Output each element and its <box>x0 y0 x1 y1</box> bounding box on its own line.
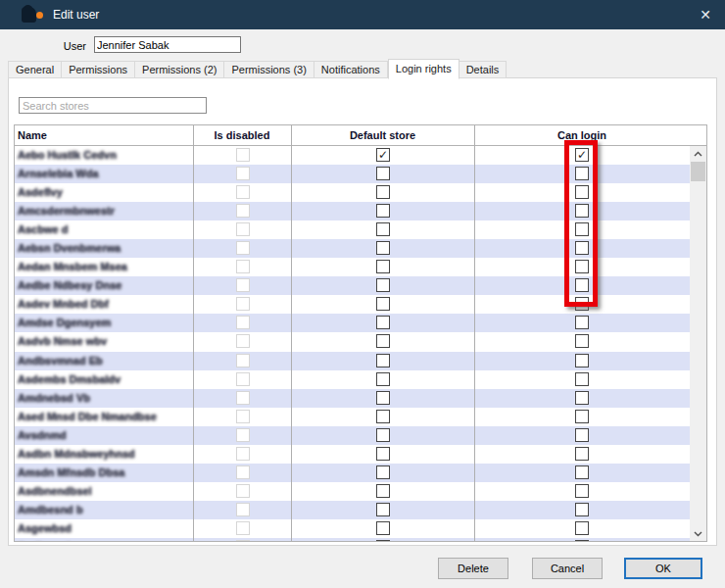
is-disabled-checkbox[interactable] <box>236 372 250 386</box>
table-row[interactable]: Amdnebsd Vb <box>15 389 690 408</box>
close-icon[interactable]: ✕ <box>696 6 715 24</box>
table-row[interactable]: Asdembs Dmsbaldv <box>15 370 690 389</box>
tab-permissions-3-[interactable]: Permissions (3) <box>224 61 314 78</box>
tab-login-rights[interactable]: Login rights <box>388 59 459 79</box>
can-login-checkbox[interactable] <box>575 167 589 180</box>
default-store-checkbox[interactable] <box>376 185 390 199</box>
is-disabled-checkbox[interactable] <box>236 185 250 199</box>
can-login-checkbox[interactable] <box>575 316 589 329</box>
default-store-checkbox-checked[interactable]: ✓ <box>376 148 390 162</box>
tab-permissions-2-[interactable]: Permissions (2) <box>135 61 224 78</box>
default-store-checkbox[interactable] <box>376 484 390 498</box>
scrollbar-thumb[interactable] <box>691 162 705 181</box>
can-login-checkbox[interactable] <box>575 222 589 236</box>
table-row[interactable]: Asdeflvy <box>15 183 690 202</box>
default-store-checkbox[interactable] <box>376 503 390 516</box>
can-login-checkbox[interactable] <box>575 410 589 423</box>
can-login-checkbox[interactable] <box>575 484 589 498</box>
vertical-scrollbar[interactable] <box>690 146 706 541</box>
is-disabled-checkbox[interactable] <box>236 204 250 218</box>
default-store-checkbox[interactable] <box>376 278 390 292</box>
can-login-checkbox[interactable] <box>575 372 589 386</box>
can-login-checkbox[interactable] <box>575 466 589 479</box>
can-login-checkbox[interactable] <box>575 278 589 292</box>
can-login-checkbox-checked[interactable]: ✓ <box>575 148 589 162</box>
tab-permissions[interactable]: Permissions <box>62 61 135 78</box>
default-store-checkbox[interactable] <box>376 540 390 541</box>
default-store-checkbox[interactable] <box>376 391 390 405</box>
table-row[interactable]: Arnselebia Wda <box>15 165 690 183</box>
table-row[interactable]: Aedan Mnsbem Msea <box>15 258 690 276</box>
table-row[interactable]: Amdse Dgensyem <box>15 314 690 332</box>
default-store-checkbox[interactable] <box>376 260 390 273</box>
table-row[interactable]: Amdbesnd b <box>15 501 690 519</box>
table-row[interactable]: Asdbnendbsel <box>15 482 690 501</box>
is-disabled-checkbox[interactable] <box>236 428 250 442</box>
user-name-field[interactable] <box>94 36 241 53</box>
table-row[interactable]: Amsdn Mfnsdb Dbsa <box>15 464 690 482</box>
default-store-checkbox[interactable] <box>376 297 390 311</box>
is-disabled-checkbox[interactable] <box>236 503 250 516</box>
table-row[interactable]: Aedbe Ndbesy Dnse <box>15 276 690 295</box>
is-disabled-checkbox[interactable] <box>236 410 250 423</box>
is-disabled-checkbox[interactable] <box>236 222 250 236</box>
can-login-checkbox[interactable] <box>575 185 589 199</box>
table-row[interactable]: Asgewbsd <box>15 519 690 538</box>
table-row[interactable]: Amcsdermbnwestr <box>15 202 690 220</box>
can-login-checkbox[interactable] <box>575 447 589 461</box>
is-disabled-checkbox[interactable] <box>236 521 250 535</box>
delete-button[interactable]: Delete <box>438 558 508 579</box>
default-store-checkbox[interactable] <box>376 222 390 236</box>
default-store-checkbox[interactable] <box>376 447 390 461</box>
can-login-checkbox[interactable] <box>575 260 589 273</box>
can-login-checkbox[interactable] <box>575 354 589 368</box>
scroll-down-icon[interactable] <box>690 526 706 541</box>
is-disabled-checkbox[interactable] <box>236 297 250 311</box>
default-store-checkbox[interactable] <box>376 204 390 218</box>
default-store-checkbox[interactable] <box>376 316 390 329</box>
can-login-checkbox[interactable] <box>575 540 589 541</box>
table-row[interactable]: Aebsn Dvenbmerwa <box>15 239 690 258</box>
table-row[interactable]: Andbsvmnad Eb <box>15 352 690 370</box>
header-name[interactable]: Name <box>18 129 47 141</box>
table-row[interactable]: Aebo Hustlk Cedvn✓✓ <box>15 146 690 165</box>
is-disabled-checkbox[interactable] <box>236 354 250 368</box>
table-row[interactable]: Andbsesd <box>15 538 690 541</box>
is-disabled-checkbox[interactable] <box>236 148 250 162</box>
default-store-checkbox[interactable] <box>376 466 390 479</box>
can-login-checkbox[interactable] <box>575 391 589 405</box>
scroll-up-icon[interactable] <box>690 146 706 161</box>
is-disabled-checkbox[interactable] <box>236 447 250 461</box>
can-login-checkbox[interactable] <box>575 204 589 218</box>
default-store-checkbox[interactable] <box>376 372 390 386</box>
can-login-checkbox[interactable] <box>575 334 589 348</box>
can-login-checkbox[interactable] <box>575 297 589 311</box>
is-disabled-checkbox[interactable] <box>236 316 250 329</box>
tab-notifications[interactable]: Notifications <box>314 61 388 78</box>
is-disabled-checkbox[interactable] <box>236 334 250 348</box>
is-disabled-checkbox[interactable] <box>236 278 250 292</box>
header-is-disabled[interactable]: Is disabled <box>193 129 291 141</box>
table-row[interactable]: Asdvb Nmse wbv <box>15 332 690 351</box>
default-store-checkbox[interactable] <box>376 241 390 255</box>
table-row[interactable]: Avsdnmd <box>15 426 690 445</box>
table-row[interactable]: Asdev Mnbed Dbf <box>15 295 690 314</box>
default-store-checkbox[interactable] <box>376 521 390 535</box>
default-store-checkbox[interactable] <box>376 410 390 423</box>
is-disabled-checkbox[interactable] <box>236 391 250 405</box>
can-login-checkbox[interactable] <box>575 241 589 255</box>
table-row[interactable]: Ased Mnsd Dbe Nmandbse <box>15 408 690 426</box>
cancel-button[interactable]: Cancel <box>532 558 603 579</box>
default-store-checkbox[interactable] <box>376 428 390 442</box>
header-can-login[interactable]: Can login <box>474 129 690 141</box>
can-login-checkbox[interactable] <box>575 428 589 442</box>
default-store-checkbox[interactable] <box>376 167 390 180</box>
default-store-checkbox[interactable] <box>376 334 390 348</box>
is-disabled-checkbox[interactable] <box>236 260 250 273</box>
is-disabled-checkbox[interactable] <box>236 540 250 541</box>
tab-details[interactable]: Details <box>459 61 508 78</box>
is-disabled-checkbox[interactable] <box>236 484 250 498</box>
table-row[interactable]: Ascbwe d <box>15 220 690 239</box>
can-login-checkbox[interactable] <box>575 503 589 516</box>
ok-button[interactable]: OK <box>624 558 702 579</box>
